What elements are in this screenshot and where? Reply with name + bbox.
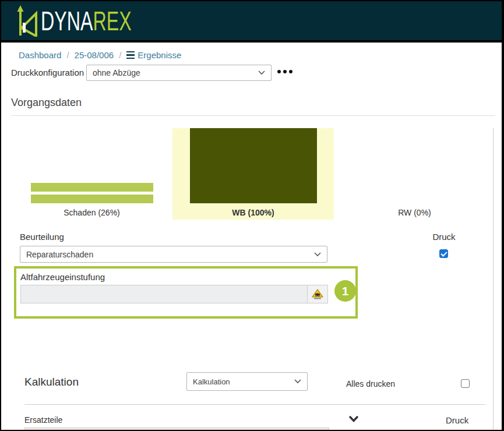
annotation-number-badge: 1 [334, 280, 356, 302]
chevron-down-icon [258, 70, 265, 75]
beurteilung-selected-value: Reparaturschaden [26, 250, 93, 259]
kalkulation-title: Kalkulation [24, 376, 79, 388]
altfahrzeug-annotation-box: Altfahrzeugeinstufung 1 [14, 266, 358, 319]
app-title: DYNAREX [41, 8, 132, 34]
kalkulation-selected-value: Kalkulation [193, 377, 230, 386]
ersatzteile-druck-label: Druck [446, 415, 468, 425]
altfahrzeug-input-group [20, 285, 328, 303]
chart-bars-wb [190, 128, 317, 203]
chart-item-rw[interactable]: RW (0%) [334, 128, 495, 220]
page-title: Vorgangsdaten [11, 97, 82, 109]
breadcrumb: Dashboard / 25-08/006 / Ergebnisse [19, 50, 181, 60]
hamburger-menu-icon [126, 51, 135, 59]
dynarex-logo-icon [15, 5, 40, 37]
breadcrumb-case-number[interactable]: 25-08/006 [75, 50, 114, 60]
chart-bars-schaden [31, 128, 153, 203]
alles-drucken-checkbox[interactable] [461, 379, 470, 388]
ersatzteile-table-edge [24, 428, 329, 431]
chart-label-wb: WB (100%) [172, 208, 334, 217]
section-divider [11, 115, 495, 116]
chart-label-schaden: Schaden (26%) [11, 208, 172, 217]
chart-item-schaden[interactable]: Schaden (26%) [11, 128, 172, 220]
scrollbar-track[interactable] [493, 128, 494, 430]
breadcrumb-separator: / [66, 50, 69, 60]
app-header: DYNAREX [1, 1, 502, 43]
chevron-down-icon [314, 252, 321, 257]
altfahrzeug-label: Altfahrzeugeinstufung [20, 272, 105, 282]
more-options-button[interactable] [277, 70, 292, 73]
print-config-label: Druckkonfiguration [11, 68, 84, 77]
ersatzteile-collapse-chevron-icon[interactable] [349, 416, 358, 422]
chevron-down-icon [294, 379, 301, 384]
beurteilung-select[interactable]: Reparaturschaden [20, 246, 327, 263]
altfahrzeug-lookup-button[interactable] [307, 285, 328, 303]
kalkulation-select[interactable]: Kalkulation [186, 372, 308, 391]
altfahrzeug-input[interactable] [20, 285, 307, 303]
app-window: DYNAREX Dashboard / 25-08/006 / Ergebnis… [0, 0, 504, 431]
alles-drucken-label: Alles drucken [346, 379, 395, 388]
breadcrumb-separator: / [119, 50, 121, 60]
druck-checkbox[interactable] [439, 249, 448, 258]
kalkulation-divider [24, 404, 485, 405]
altfahrzeug-warning-triangle-icon [312, 288, 323, 300]
print-config-select[interactable]: ohne Abzüge [86, 65, 272, 81]
ersatzteile-label: Ersatzteile [24, 415, 62, 425]
chart-label-rw: RW (0%) [334, 208, 495, 217]
breadcrumb-dashboard[interactable]: Dashboard [19, 50, 61, 60]
vorgangsdaten-chart: Schaden (26%) WB (100%) RW (0%) [11, 128, 495, 220]
druck-label: Druck [431, 232, 457, 242]
app-logo: DYNAREX [15, 5, 170, 37]
print-config-selected-value: ohne Abzüge [93, 68, 140, 77]
chart-bars-rw [354, 128, 476, 203]
chart-item-wb[interactable]: WB (100%) [172, 128, 334, 220]
breadcrumb-ergebnisse[interactable]: Ergebnisse [126, 50, 181, 60]
beurteilung-label: Beurteilung [20, 232, 64, 242]
